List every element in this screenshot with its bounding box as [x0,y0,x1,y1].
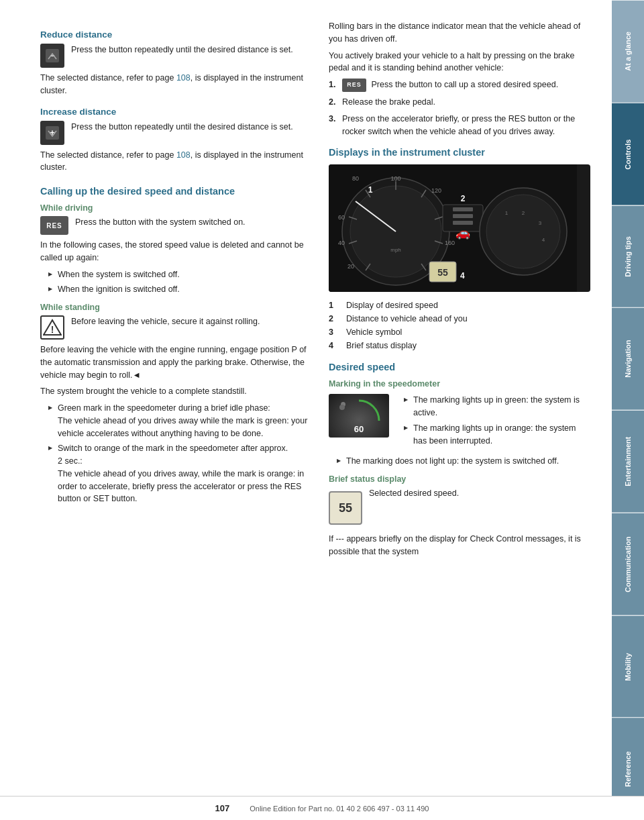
svg-text:80: 80 [352,175,359,182]
standing-bullet-2: Switch to orange of the mark in the spee… [48,442,309,505]
instrument-cluster-image: 100 120 140 160 80 60 40 20 mph 1 [329,164,590,292]
svg-text:🚗: 🚗 [455,225,471,240]
sidebar-tab-communication[interactable]: Communication [612,513,644,615]
displays-heading: Displays in the instrument cluster [329,147,590,158]
step-2: 2. Release the brake pedal. [329,96,590,109]
standing-bullets: Green mark in the speedometer during a b… [40,402,309,505]
svg-text:60: 60 [338,214,345,221]
increase-distance-note: The selected distance, refer to page 108… [40,149,309,174]
sidebar-tab-navigation[interactable]: Navigation [612,307,644,410]
sidebar-tab-driving-tips[interactable]: Driving tips [612,205,644,308]
while-standing-para1: Before leaving the vehicle with the engi… [40,344,309,381]
page-footer: 107 Online Edition for Part no. 01 40 2 … [0,796,644,820]
brief-status-heading: Brief status display [329,474,590,484]
speedometer-marking-image: 60 [329,394,389,438]
while-standing-warning-text: Before leaving the vehicle, secure it ag… [71,315,260,328]
res-inline-button[interactable]: RES [342,79,366,92]
svg-text:4: 4 [460,271,465,280]
svg-text:4: 4 [542,237,545,243]
warning-triangle-icon: ! [40,315,64,340]
svg-text:40: 40 [338,240,345,246]
res-steps-list: 1. RES Press the button to call up a sto… [329,79,590,138]
svg-text:2: 2 [461,194,466,203]
marking-heading: Marking in the speedometer [329,379,590,389]
page-wrapper: Reduce distance − Press the button repea… [0,0,644,820]
sidebar-tab-mobility[interactable]: Mobility [612,615,644,718]
increase-distance-icon[interactable]: + [40,121,64,145]
step-3: 3. Press on the accelerator briefly, or … [329,113,590,138]
while-driving-text: Press the button with the system switche… [75,216,246,229]
footer-note-text: If --- appears briefly on the display fo… [329,533,590,558]
svg-point-45 [339,405,345,410]
increase-distance-heading: Increase distance [40,107,309,117]
following-cases-text: In the following cases, the stored speed… [40,239,309,264]
brief-status-text: Selected desired speed. [369,487,459,500]
display-row-2: 2 Distance to vehicle ahead of you [329,312,590,325]
desired-speed-heading: Desired speed [329,362,590,372]
page-number: 107 [215,803,230,813]
while-standing-para2: The system brought the vehicle to a comp… [40,385,309,398]
svg-text:160: 160 [445,240,455,246]
svg-rect-31 [453,207,473,211]
svg-text:3: 3 [539,220,542,226]
bullet-ignition-off: When the ignition is switched off. [48,283,309,296]
svg-text:20: 20 [347,263,354,270]
reduce-distance-row: − Press the button repeatedly until the … [40,44,309,68]
display-row-4: 4 Brief status display [329,339,590,352]
brief-status-row: 55 Selected desired speed. [329,487,590,529]
marking-off-note: The marking does not light up: the syste… [337,455,590,468]
sidebar-tab-at-a-glance[interactable]: At a glance [612,0,644,103]
reduce-page-ref[interactable]: 108 [176,73,191,83]
while-standing-heading: While standing [40,303,309,312]
marking-bullets: The marking lights up in green: the syst… [396,394,590,450]
while-driving-res-row: RES Press the button with the system swi… [40,216,309,235]
display-row-1: 1 Display of desired speed [329,299,590,312]
edition-text: Online Edition for Part no. 01 40 2 606 … [250,805,429,813]
following-cases-list: When the system is switched off. When th… [40,268,309,297]
main-content: Reduce distance − Press the button repea… [0,0,612,820]
increase-distance-text: Press the button repeatedly until the de… [71,121,293,134]
reduce-distance-icon[interactable]: − [40,44,64,68]
marking-bullet-orange: The marking lights up in or­ange: the sy… [404,422,590,448]
svg-rect-32 [453,214,473,218]
display-row-3: 3 Vehicle symbol [329,325,590,339]
while-driving-heading: While driving [40,203,309,213]
reduce-distance-note: The selected distance, refer to page 108… [40,72,309,97]
reduce-distance-text: Press the button repeatedly until the de… [71,44,293,56]
sidebar-tab-controls[interactable]: Controls [612,103,644,205]
increase-page-ref[interactable]: 108 [176,150,191,160]
svg-text:1: 1 [505,210,508,216]
svg-point-37 [486,195,560,268]
marking-bullet-green: The marking lights up in green: the syst… [404,394,590,419]
while-standing-warning-row: ! Before leaving the vehicle, secure it … [40,315,309,340]
bullet-switched-off: When the system is switched off. [48,268,309,281]
svg-text:1: 1 [368,185,373,195]
rolling-bars-text: Rolling bars in the distance indicator m… [329,20,590,46]
svg-text:120: 120 [431,187,441,194]
display-items-table: 1 Display of desired speed 2 Distance to… [329,299,590,352]
svg-text:2: 2 [522,210,525,216]
sidebar: At a glance Controls Driving tips Naviga… [612,0,644,820]
step-1: 1. RES Press the button to call up a sto… [329,79,590,92]
reduce-distance-heading: Reduce distance [40,30,309,40]
braked-halt-text: You actively braked your vehicle to a ha… [329,50,590,75]
svg-text:100: 100 [390,175,400,182]
svg-text:55: 55 [437,267,448,278]
right-column: Rolling bars in the distance indicator m… [322,20,590,800]
brief-status-box: 55 [329,491,362,525]
increase-distance-row: + Press the button repeatedly until the … [40,121,309,145]
svg-rect-33 [453,221,473,225]
svg-text:!: ! [51,324,54,335]
standing-bullet-1: Green mark in the speedometer during a b… [48,402,309,440]
calling-up-heading: Calling up the desired speed and distanc… [40,186,309,197]
marking-section: 60 The marking lights up in green: the s… [329,394,590,450]
svg-text:mph: mph [390,247,401,253]
sidebar-tab-entertainment[interactable]: Entertainment [612,410,644,513]
res-button-driving[interactable]: RES [40,216,68,235]
marking-off-bullet: The marking does not light up: the syste… [329,455,590,468]
left-column: Reduce distance − Press the button repea… [40,20,322,800]
